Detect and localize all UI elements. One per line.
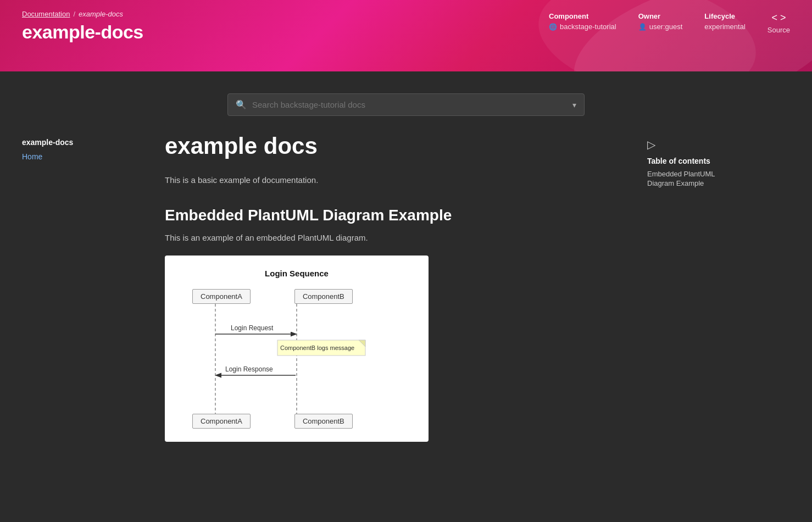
meta-owner: Owner 👤 user:guest (638, 12, 683, 31)
header-left: Documentation / example-docs example-doc… (22, 10, 143, 43)
component-value: 🌐 backstage-tutorial (549, 23, 616, 31)
diagram-top-row: ComponentA ComponentB (192, 289, 412, 304)
source-label: Source (767, 26, 790, 34)
toc-icon-row: ▷ (647, 138, 790, 151)
owner-value: 👤 user:guest (638, 23, 683, 31)
search-dropdown-arrow-icon[interactable]: ▾ (572, 101, 576, 109)
breadcrumb-separator: / (73, 10, 75, 18)
breadcrumb-current: example-docs (79, 10, 123, 18)
svg-text:Login Request: Login Request (231, 324, 274, 332)
right-sidebar: ▷ Table of contents Embedded PlantUML Di… (647, 132, 790, 442)
diagram-bottom-row: ComponentA ComponentB (192, 414, 412, 429)
section-title: Embedded PlantUML Diagram Example (165, 207, 625, 224)
search-bar[interactable]: 🔍 ▾ (227, 93, 585, 116)
left-sidebar: example-docs Home (22, 132, 143, 442)
page-title: example-docs (22, 21, 143, 43)
toc-item-1[interactable]: Diagram Example (647, 179, 790, 187)
sidebar-home-link[interactable]: Home (22, 152, 143, 161)
content-area: example-docs Home example docs This is a… (0, 132, 812, 442)
doc-intro: This is a basic example of documentation… (165, 175, 625, 185)
search-icon: 🔍 (236, 99, 247, 110)
diagram-container: Login Sequence ComponentA ComponentB Log… (165, 256, 429, 442)
section-text: This is an example of an embedded PlantU… (165, 233, 625, 242)
toc-title: Table of contents (647, 157, 790, 165)
source-code-icon: < > (771, 12, 786, 24)
toc-item-0[interactable]: Embedded PlantUML (647, 170, 790, 178)
toc-icon: ▷ (647, 138, 655, 151)
component-a-bottom: ComponentA (192, 414, 251, 429)
lifecycle-value: experimental (704, 23, 745, 31)
sidebar-title: example-docs (22, 138, 143, 147)
lifecycle-label: Lifecycle (704, 12, 745, 20)
component-icon: 🌐 (549, 23, 557, 31)
breadcrumb-docs-link[interactable]: Documentation (22, 10, 70, 18)
page-header: Documentation / example-docs example-doc… (0, 0, 812, 71)
main-container: 🔍 ▾ example-docs Home example docs This … (0, 71, 812, 442)
search-input[interactable] (252, 100, 567, 109)
breadcrumb: Documentation / example-docs (22, 10, 143, 18)
owner-icon: 👤 (638, 23, 647, 31)
main-content: example docs This is a basic example of … (143, 132, 647, 442)
component-label: Component (549, 12, 616, 20)
component-b-top: ComponentB (294, 289, 353, 304)
diagram-svg: Login Request ComponentB logs message Lo… (181, 304, 412, 414)
header-meta: Component 🌐 backstage-tutorial Owner 👤 u… (549, 10, 790, 34)
svg-text:Login Response: Login Response (225, 365, 273, 373)
component-b-bottom: ComponentB (294, 414, 353, 429)
doc-title: example docs (165, 132, 625, 160)
meta-component: Component 🌐 backstage-tutorial (549, 12, 616, 31)
diagram-title: Login Sequence (181, 269, 412, 278)
component-a-top: ComponentA (192, 289, 251, 304)
svg-text:ComponentB logs message: ComponentB logs message (280, 345, 354, 351)
meta-lifecycle: Lifecycle experimental (704, 12, 745, 31)
owner-label: Owner (638, 12, 683, 20)
search-row: 🔍 ▾ (0, 71, 812, 132)
source-button[interactable]: < > Source (767, 12, 790, 34)
